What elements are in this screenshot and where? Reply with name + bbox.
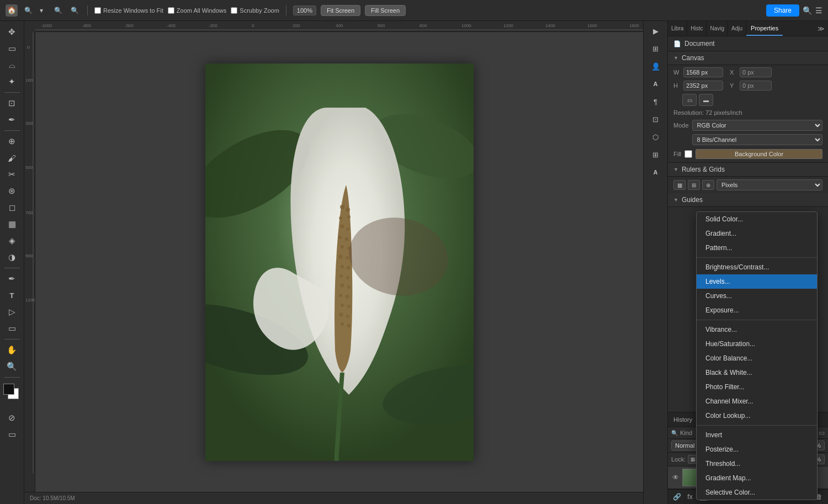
hand-tool[interactable]: ✋ bbox=[3, 342, 21, 358]
adjustment-layer-dropdown[interactable]: Solid Color... Gradient... Pattern... Br… bbox=[696, 211, 818, 500]
bits-select[interactable]: 8 Bits/Channel bbox=[692, 134, 822, 145]
layer-shp-icon[interactable]: ▭ bbox=[819, 429, 825, 437]
tab-histc[interactable]: Histc bbox=[687, 21, 707, 36]
move-tool[interactable]: ✥ bbox=[3, 24, 21, 40]
fit-screen-button[interactable]: Fit Screen bbox=[321, 5, 360, 16]
dropdown-threshold[interactable]: Threshold... bbox=[697, 457, 817, 471]
dropdown-solid-color[interactable]: Solid Color... bbox=[697, 212, 817, 226]
ruler-icon-1[interactable]: ▦ bbox=[673, 180, 686, 190]
pen-tool[interactable]: ✒ bbox=[3, 271, 21, 287]
dodge-tool[interactable]: ◑ bbox=[3, 250, 21, 265]
canvas-y-input[interactable] bbox=[740, 81, 772, 91]
quick-mask-btn[interactable]: ⊘ bbox=[3, 410, 21, 426]
resize-windows-label[interactable]: Resize Windows to Fit bbox=[94, 7, 163, 14]
blend-mode-display[interactable]: Normal bbox=[671, 441, 698, 450]
menu-icon[interactable]: ☰ bbox=[815, 6, 822, 15]
tab-adju[interactable]: Adju bbox=[728, 21, 746, 36]
shape-tool[interactable]: ▭ bbox=[3, 321, 21, 336]
chevron-down-icon[interactable]: ▾ bbox=[35, 4, 47, 17]
dropdown-invert[interactable]: Invert bbox=[697, 428, 817, 442]
fill-screen-button[interactable]: Fill Screen bbox=[365, 5, 406, 16]
dropdown-vibrance[interactable]: Vibrance... bbox=[697, 322, 817, 337]
ruler-units-select[interactable]: Pixels bbox=[716, 179, 822, 190]
blur-tool[interactable]: ◈ bbox=[3, 233, 21, 248]
dropdown-posterize[interactable]: Posterize... bbox=[697, 442, 817, 457]
cube-icon[interactable]: ⬡ bbox=[647, 129, 665, 145]
rulers-section-header[interactable]: ▼ Rulers & Grids bbox=[668, 163, 828, 177]
search-icon[interactable]: 🔍 bbox=[22, 4, 34, 17]
adjustment-icon[interactable]: ⊡ bbox=[647, 112, 665, 127]
canvas-x-input[interactable] bbox=[740, 67, 772, 77]
dropdown-channel-mixer[interactable]: Channel Mixer... bbox=[697, 394, 817, 408]
tab-libra[interactable]: Libra bbox=[668, 21, 687, 36]
text-icon2-right[interactable]: A bbox=[647, 165, 665, 180]
scrubby-zoom-checkbox[interactable] bbox=[231, 7, 237, 14]
clone-tool[interactable]: ✂ bbox=[3, 167, 21, 182]
share-button[interactable]: Share bbox=[766, 4, 799, 17]
text-tool[interactable]: T bbox=[3, 288, 21, 303]
link-layers-icon[interactable]: 🔗 bbox=[671, 492, 682, 502]
select-rect-tool[interactable]: ▭ bbox=[3, 41, 21, 56]
resize-windows-checkbox[interactable] bbox=[94, 7, 101, 14]
text-icon-right[interactable]: A bbox=[647, 76, 665, 92]
zoom-display[interactable]: 100% bbox=[293, 6, 316, 15]
dropdown-photo-filter[interactable]: Photo Filter... bbox=[697, 380, 817, 394]
path-tool[interactable]: ▷ bbox=[3, 304, 21, 320]
tab-navig[interactable]: Navig bbox=[707, 21, 728, 36]
foreground-color[interactable] bbox=[3, 384, 14, 395]
screen-mode-btn[interactable]: ▭ bbox=[3, 427, 21, 442]
dropdown-gradient-map[interactable]: Gradient Map... bbox=[697, 471, 817, 485]
canvas-section-header[interactable]: ▼ Canvas bbox=[668, 51, 828, 65]
grid-icon-right[interactable]: ⊞ bbox=[647, 147, 665, 162]
zoom-tool[interactable]: 🔍 bbox=[3, 359, 21, 374]
canvas-height-input[interactable] bbox=[683, 81, 723, 91]
person-icon[interactable]: 👤 bbox=[647, 59, 665, 74]
zoom-in-icon[interactable]: 🔍 bbox=[68, 4, 81, 17]
tab-properties[interactable]: Properties bbox=[746, 21, 783, 36]
paragraph-icon[interactable]: ¶ bbox=[647, 94, 665, 109]
fill-checkbox[interactable] bbox=[684, 150, 692, 158]
dropdown-color-balance[interactable]: Color Balance... bbox=[697, 351, 817, 365]
magic-wand-tool[interactable]: ✦ bbox=[3, 74, 21, 89]
play-icon[interactable]: ▶ bbox=[647, 23, 665, 39]
fill-color-button[interactable]: Background Color bbox=[696, 149, 822, 159]
zoom-all-label[interactable]: Zoom All Windows bbox=[168, 7, 226, 14]
dropdown-hue-saturation[interactable]: Hue/Saturation... bbox=[697, 337, 817, 351]
canvas-width-input[interactable] bbox=[683, 67, 723, 77]
scrubby-zoom-label[interactable]: Scrubby Zoom bbox=[231, 7, 279, 14]
healing-tool[interactable]: ⊕ bbox=[3, 134, 21, 149]
brush-tool[interactable]: 🖌 bbox=[3, 150, 21, 166]
dropdown-pattern[interactable]: Pattern... bbox=[697, 241, 817, 255]
layers-icon[interactable]: ⊞ bbox=[647, 41, 665, 56]
zoom-all-checkbox[interactable] bbox=[168, 7, 174, 14]
home-icon[interactable]: 🏠 bbox=[6, 4, 18, 17]
panel-collapse-icon[interactable]: ≫ bbox=[814, 21, 828, 36]
dropdown-gradient[interactable]: Gradient... bbox=[697, 226, 817, 241]
crop-tool[interactable]: ⊡ bbox=[3, 96, 21, 111]
landscape-icon[interactable]: ▬ bbox=[699, 94, 713, 106]
lasso-tool[interactable]: ⌓ bbox=[3, 57, 21, 73]
dropdown-exposure[interactable]: Exposure... bbox=[697, 303, 817, 317]
layer-visibility-icon[interactable]: 👁 bbox=[672, 474, 679, 481]
tab-history[interactable]: History bbox=[668, 412, 698, 427]
canvas-scroll[interactable] bbox=[35, 32, 643, 492]
portrait-icon[interactable]: ▭ bbox=[682, 94, 697, 106]
mode-select[interactable]: RGB Color bbox=[692, 120, 822, 131]
fx-icon[interactable]: fx bbox=[684, 492, 696, 502]
ruler-icon-3[interactable]: ⊕ bbox=[702, 180, 714, 190]
dropdown-brightness-contrast[interactable]: Brightness/Contrast... bbox=[697, 260, 817, 274]
history-brush-tool[interactable]: ⊛ bbox=[3, 183, 21, 199]
eraser-tool[interactable]: ◻ bbox=[3, 200, 21, 215]
guides-section-header[interactable]: ▼ Guides bbox=[668, 193, 828, 207]
dropdown-black-white[interactable]: Black & White... bbox=[697, 365, 817, 380]
dropdown-levels[interactable]: Levels... bbox=[697, 274, 817, 289]
dropdown-curves[interactable]: Curves... bbox=[697, 289, 817, 303]
zoom-out-icon[interactable]: 🔍 bbox=[52, 4, 64, 17]
gradient-tool[interactable]: ▦ bbox=[3, 216, 21, 232]
dropdown-selective-color[interactable]: Selective Color... bbox=[697, 485, 817, 500]
search-top-icon[interactable]: 🔍 bbox=[803, 6, 812, 15]
ruler-icon-2[interactable]: ⊞ bbox=[688, 180, 700, 190]
eyedropper-tool[interactable]: ✒ bbox=[3, 112, 21, 128]
color-swatches[interactable] bbox=[3, 384, 21, 401]
dropdown-color-lookup[interactable]: Color Lookup... bbox=[697, 408, 817, 423]
